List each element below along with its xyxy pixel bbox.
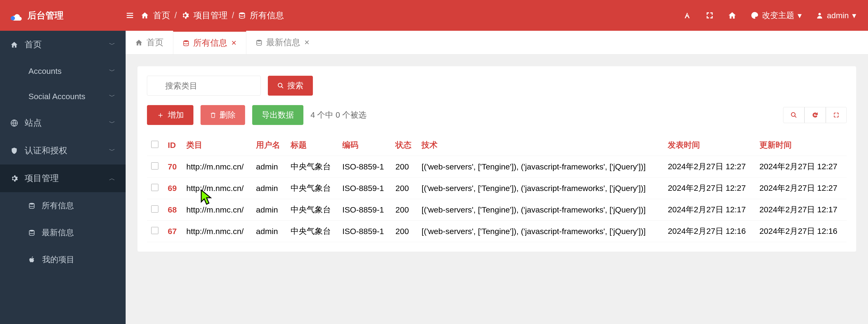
column-header[interactable]: ID	[163, 135, 182, 156]
cell-updated: 2024年2月27日 12:17	[755, 199, 847, 221]
theme-dropdown[interactable]: 改变主题 ▾	[751, 10, 802, 21]
column-header[interactable]: 编码	[338, 135, 391, 156]
logo-text: 后台管理	[28, 9, 64, 22]
row-checkbox[interactable]	[151, 184, 158, 191]
sidebar-label: 认证和授权	[25, 145, 67, 156]
palette-icon	[751, 11, 759, 20]
tabs: 首页所有信息✕最新信息✕	[126, 31, 868, 55]
cell-category[interactable]: http://m.nmc.cn/	[182, 178, 252, 199]
cell-status: 200	[391, 221, 417, 242]
column-header[interactable]: 状态	[391, 135, 417, 156]
home-icon	[10, 41, 18, 48]
cell-updated: 2024年2月27日 12:27	[755, 178, 847, 199]
fullscreen-icon[interactable]	[706, 11, 714, 20]
cell-status: 200	[391, 156, 417, 178]
cell-category[interactable]: http://m.nmc.cn/	[182, 156, 252, 178]
expand-button[interactable]	[826, 107, 847, 123]
sidebar-item[interactable]: 我的项目	[0, 246, 126, 273]
breadcrumb-item[interactable]: 项目管理	[193, 10, 227, 21]
font-icon[interactable]	[683, 11, 691, 20]
svg-point-1	[239, 12, 245, 14]
refresh-button[interactable]	[804, 107, 826, 123]
home-icon[interactable]	[728, 11, 737, 20]
add-button[interactable]: ＋ 增加	[147, 105, 193, 125]
table-row: 67http://m.nmc.cn/admin中央气象台ISO-8859-120…	[147, 221, 847, 242]
cell-encoding: ISO-8859-1	[338, 221, 391, 242]
svg-point-2	[818, 13, 821, 15]
breadcrumb: 首页 / 项目管理 / 所有信息	[141, 10, 284, 21]
sidebar-item[interactable]: 认证和授权﹀	[0, 137, 126, 165]
sidebar-item[interactable]: 站点﹀	[0, 109, 126, 137]
column-header[interactable]: 标题	[286, 135, 338, 156]
search-button-label: 搜索	[287, 80, 303, 91]
cell-category[interactable]: http://m.nmc.cn/	[182, 199, 252, 221]
cell-category[interactable]: http://m.nmc.cn/	[182, 221, 252, 242]
delete-button[interactable]: 删除	[200, 105, 245, 125]
chevron-down-icon: ﹀	[109, 146, 115, 155]
menu-toggle-icon[interactable]	[126, 11, 134, 20]
header: 后台管理 首页 / 项目管理 / 所有信息 改变主题 ▾ admin ▾	[0, 0, 868, 31]
sidebar-item[interactable]: 首页﹀	[0, 31, 126, 59]
sidebar-label: 项目管理	[25, 173, 59, 184]
cell-published: 2024年2月27日 12:27	[663, 156, 755, 178]
cell-tech: [('web-servers', ['Tengine']), ('javascr…	[417, 178, 663, 199]
db-icon	[256, 39, 262, 46]
sidebar-item[interactable]: 最新信息	[0, 219, 126, 246]
row-checkbox[interactable]	[151, 163, 158, 170]
close-icon[interactable]: ✕	[231, 39, 237, 47]
search-input[interactable]	[147, 76, 261, 96]
user-label: admin	[827, 11, 849, 20]
sidebar-item[interactable]: Social Accounts﹀	[0, 84, 126, 109]
sidebar-label: 所有信息	[42, 200, 74, 211]
cell-updated: 2024年2月27日 12:27	[755, 156, 847, 178]
svg-point-9	[278, 83, 282, 87]
row-checkbox[interactable]	[151, 227, 158, 234]
cell-id[interactable]: 69	[163, 178, 182, 199]
sidebar-item[interactable]: Accounts﹀	[0, 59, 126, 84]
column-header[interactable]: 技术	[417, 135, 663, 156]
tab-label: 最新信息	[266, 37, 300, 48]
db-icon	[28, 229, 35, 237]
sidebar-item[interactable]: 项目管理︿	[0, 165, 126, 192]
cell-id[interactable]: 67	[163, 221, 182, 242]
db-icon	[183, 39, 189, 47]
close-icon[interactable]: ✕	[304, 39, 310, 46]
tab[interactable]: 所有信息✕	[173, 31, 246, 54]
cell-user: admin	[252, 156, 286, 178]
row-checkbox[interactable]	[151, 206, 158, 213]
user-dropdown[interactable]: admin ▾	[816, 11, 856, 20]
search-tool-button[interactable]	[783, 107, 804, 123]
db-icon	[28, 202, 35, 210]
tab[interactable]: 首页	[126, 31, 173, 54]
export-button[interactable]: 导出数据	[252, 105, 303, 125]
logo-area[interactable]: 后台管理	[0, 9, 126, 22]
tab-label: 所有信息	[193, 37, 227, 49]
home-icon[interactable]	[141, 11, 149, 20]
sidebar-label: 首页	[25, 39, 42, 50]
column-header[interactable]: 更新时间	[755, 135, 847, 156]
main-panel: 搜索 ＋ 增加 删除 导出数据 4 个中 0 个被选	[137, 66, 856, 252]
sidebar-label: 站点	[25, 117, 42, 129]
select-all-checkbox[interactable]	[151, 141, 158, 148]
data-table: ID类目用户名标题编码状态技术发表时间更新时间 70http://m.nmc.c…	[147, 135, 847, 242]
tab[interactable]: 最新信息✕	[246, 31, 319, 54]
cell-id[interactable]: 70	[163, 156, 182, 178]
plus-icon: ＋	[156, 110, 164, 120]
breadcrumb-sep: /	[175, 10, 177, 20]
column-header[interactable]: 类目	[182, 135, 252, 156]
selection-info: 4 个中 0 个被选	[311, 110, 367, 120]
column-header[interactable]: 用户名	[252, 135, 286, 156]
chevron-up-icon: ︿	[109, 174, 115, 182]
column-header[interactable]: 发表时间	[663, 135, 755, 156]
breadcrumb-item[interactable]: 所有信息	[250, 10, 284, 21]
gear-icon	[10, 175, 18, 182]
cell-published: 2024年2月27日 12:17	[663, 199, 755, 221]
search-icon	[277, 82, 284, 89]
cell-id[interactable]: 68	[163, 199, 182, 221]
cell-title: 中央气象台	[286, 156, 338, 178]
sidebar-label: Social Accounts	[28, 92, 85, 101]
sidebar-item[interactable]: 所有信息	[0, 192, 126, 219]
breadcrumb-item[interactable]: 首页	[153, 10, 170, 21]
search-button[interactable]: 搜索	[268, 76, 313, 96]
add-label: 增加	[168, 110, 184, 120]
